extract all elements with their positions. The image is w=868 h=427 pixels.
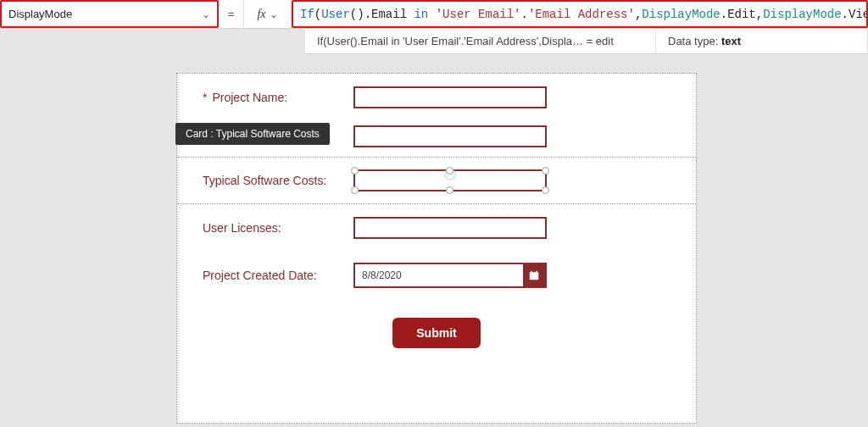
formula-summary: If(User().Email in 'User Email'.'Email A…	[305, 29, 656, 53]
calendar-icon[interactable]	[523, 264, 545, 286]
field-row-created-date: Project Created Date:	[177, 252, 696, 299]
formula-token: 'Email Address'	[528, 8, 635, 21]
card-tooltip: Card : Typical Software Costs	[175, 123, 330, 145]
label-project-name: *Project Name:	[203, 91, 353, 104]
formula-datatype: Data type: text	[656, 29, 868, 53]
equals-label: =	[219, 0, 244, 28]
label-created-date: Project Created Date:	[203, 269, 353, 282]
svg-rect-0	[530, 272, 539, 280]
formula-token: DisplayMode	[763, 8, 841, 21]
formula-token: If	[300, 8, 314, 21]
fx-button[interactable]: fx ⌄	[244, 0, 292, 28]
formula-token: .Edit,	[721, 8, 763, 21]
chevron-down-icon: ⌄	[202, 8, 210, 20]
property-selector[interactable]: DisplayMode ⌄	[0, 0, 219, 28]
formula-input[interactable]: If(User().Email in 'User Email'.'Email A…	[292, 0, 868, 28]
input-user-licenses[interactable]	[353, 217, 547, 239]
formula-token: User	[321, 8, 350, 21]
canvas[interactable]: *Project Name: Card : Typical Software C…	[0, 54, 868, 427]
field-row-typical-costs[interactable]: Typical Software Costs:	[177, 157, 696, 204]
field-row-project-name: *Project Name:	[177, 74, 696, 121]
input-typical-costs-selected[interactable]	[353, 169, 547, 191]
input-created-date[interactable]	[353, 263, 547, 288]
input-extra[interactable]	[353, 125, 547, 147]
input-project-name[interactable]	[353, 86, 547, 108]
label-project-name-text: Project Name:	[212, 91, 287, 104]
resize-handle[interactable]	[542, 186, 549, 194]
resize-handle[interactable]	[351, 167, 359, 175]
input-created-date-text[interactable]	[355, 264, 523, 286]
formula-bar: DisplayMode ⌄ = fx ⌄ If(User().Email in …	[0, 0, 868, 29]
formula-token: (	[314, 8, 321, 21]
formula-token: in	[414, 8, 428, 21]
submit-button[interactable]: Submit	[392, 318, 480, 348]
formula-token	[428, 8, 435, 21]
svg-rect-1	[531, 271, 532, 273]
resize-handle[interactable]	[446, 167, 453, 175]
datatype-label: Data type:	[668, 35, 718, 47]
fx-label: fx	[257, 8, 265, 21]
formula-token: 'User Email'	[436, 8, 521, 21]
formula-token: ,	[635, 8, 642, 21]
required-asterisk: *	[203, 91, 207, 104]
formula-infobar: If(User().Email in 'User Email'.'Email A…	[305, 29, 868, 54]
label-typical-costs: Typical Software Costs:	[203, 174, 353, 187]
submit-row: Submit	[177, 299, 696, 348]
form: *Project Name: Card : Typical Software C…	[176, 73, 697, 424]
formula-token: .View)	[842, 8, 868, 21]
datatype-value: text	[721, 35, 741, 47]
property-selector-value: DisplayMode	[8, 8, 72, 20]
resize-handle[interactable]	[542, 167, 549, 175]
resize-handle[interactable]	[351, 186, 359, 194]
label-user-licenses: User Licenses:	[203, 221, 353, 235]
card-tooltip-text: Card : Typical Software Costs	[186, 128, 320, 140]
formula-token: .	[521, 8, 528, 21]
formula-token: DisplayMode	[642, 8, 720, 21]
resize-handle[interactable]	[446, 186, 453, 194]
field-row-user-licenses: User Licenses:	[177, 204, 696, 252]
field-row-extra: Card : Typical Software Costs	[177, 121, 696, 152]
formula-token: ().Email	[350, 8, 415, 21]
chevron-down-icon: ⌄	[270, 8, 278, 20]
svg-rect-2	[536, 271, 537, 273]
